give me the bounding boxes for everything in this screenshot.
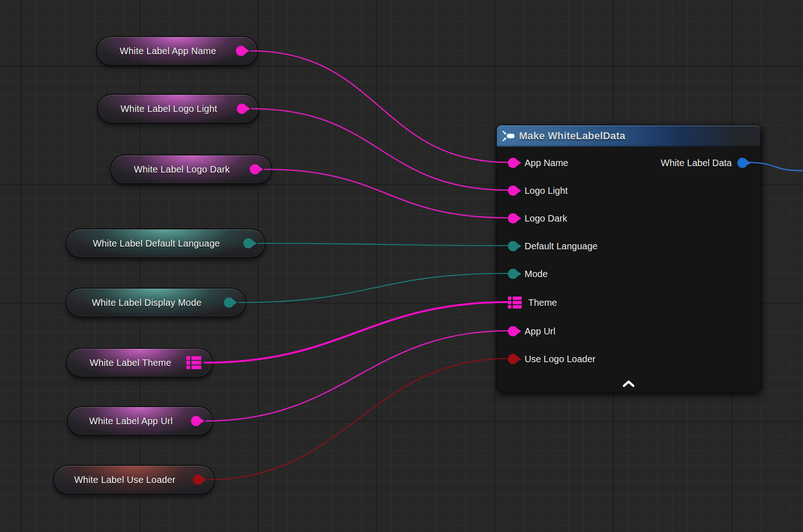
node-white-label-logo-dark[interactable]: White Label Logo Dark xyxy=(110,155,272,184)
pin-white-label-default-language-output[interactable] xyxy=(243,238,253,248)
pin-row-app-name[interactable]: App Name xyxy=(508,155,568,171)
node-make-whitelabeldata[interactable]: Make WhiteLabelData App NameLogo LightLo… xyxy=(496,125,761,392)
pin-label: Theme xyxy=(528,297,557,308)
node-label: White Label Logo Dark xyxy=(134,164,248,175)
pin-mode-input[interactable] xyxy=(508,269,518,279)
node-label: White Label App Name xyxy=(120,46,235,56)
blueprint-graph-canvas[interactable]: Make WhiteLabelData App NameLogo LightLo… xyxy=(0,0,803,532)
wire-app-url[interactable] xyxy=(206,331,508,421)
pin-default-language-input[interactable] xyxy=(508,241,518,251)
wire-default-language[interactable] xyxy=(258,243,508,246)
wire-use-logo-loader[interactable] xyxy=(208,359,508,480)
pin-label: Logo Dark xyxy=(525,213,567,224)
pin-white-label-display-mode-output[interactable] xyxy=(224,297,234,308)
output-pin-label: White Label Data xyxy=(661,158,732,168)
pin-row-use-logo-loader[interactable]: Use Logo Loader xyxy=(508,351,595,367)
wire-theme[interactable] xyxy=(205,302,508,363)
pin-white-label-app-name-output[interactable] xyxy=(236,46,246,56)
pin-label: Default Language xyxy=(525,241,598,252)
wire-logo-light[interactable] xyxy=(252,109,508,190)
pin-row-theme[interactable]: Theme xyxy=(508,295,557,310)
pin-label: Use Logo Loader xyxy=(525,354,595,365)
wire-logo-dark[interactable] xyxy=(265,169,508,218)
pin-row-white-label-data[interactable]: White Label Data xyxy=(661,155,747,171)
node-white-label-default-language[interactable]: White Label Default Language xyxy=(66,229,266,258)
pin-label: Logo Light xyxy=(525,186,568,196)
node-label: White Label Use Loader xyxy=(74,475,194,485)
collapse-node-button[interactable] xyxy=(620,379,637,388)
node-white-label-use-loader[interactable]: White Label Use Loader xyxy=(53,465,215,495)
node-white-label-logo-light[interactable]: White Label Logo Light xyxy=(97,94,259,124)
pin-label: App Name xyxy=(525,158,568,168)
node-label: White Label App Url xyxy=(89,416,191,427)
pin-white-label-logo-dark-output[interactable] xyxy=(250,164,260,174)
struct-pin-icon-white-label-theme[interactable] xyxy=(186,356,201,369)
pin-logo-dark-input[interactable] xyxy=(508,213,518,223)
pin-label: Mode xyxy=(525,269,548,279)
node-white-label-theme[interactable]: White Label Theme xyxy=(66,348,213,377)
pin-app-name-input[interactable] xyxy=(508,158,518,168)
node-white-label-app-url[interactable]: White Label App Url xyxy=(67,406,213,436)
struct-pin-icon-theme[interactable] xyxy=(508,297,522,309)
pin-app-url-input[interactable] xyxy=(508,326,518,336)
node-label: White Label Default Language xyxy=(93,238,239,249)
pin-label: App Url xyxy=(525,326,556,337)
pin-row-mode[interactable]: Mode xyxy=(508,266,548,282)
node-white-label-display-mode[interactable]: White Label Display Mode xyxy=(66,288,246,317)
pin-row-logo-light[interactable]: Logo Light xyxy=(508,183,568,198)
node-header[interactable]: Make WhiteLabelData xyxy=(497,125,760,147)
chevron-up-icon xyxy=(623,380,635,387)
node-white-label-app-name[interactable]: White Label App Name xyxy=(96,36,258,66)
node-label: White Label Display Mode xyxy=(92,297,220,308)
pin-white-label-use-loader-output[interactable] xyxy=(193,475,203,485)
node-label: White Label Theme xyxy=(90,358,190,368)
wire-app-name[interactable] xyxy=(251,51,508,162)
node-title: Make WhiteLabelData xyxy=(519,130,625,142)
pin-use-logo-loader-input[interactable] xyxy=(508,354,518,364)
pin-white-label-app-url-output[interactable] xyxy=(191,416,201,426)
wire-mode[interactable] xyxy=(239,273,508,303)
node-label: White Label Logo Light xyxy=(121,104,236,114)
pin-row-default-language[interactable]: Default Language xyxy=(508,238,598,254)
pin-white-label-logo-light-output[interactable] xyxy=(237,104,247,114)
pin-logo-light-input[interactable] xyxy=(508,186,518,196)
pin-row-logo-dark[interactable]: Logo Dark xyxy=(508,210,567,226)
make-struct-icon xyxy=(502,130,515,142)
pin-row-app-url[interactable]: App Url xyxy=(508,323,556,339)
